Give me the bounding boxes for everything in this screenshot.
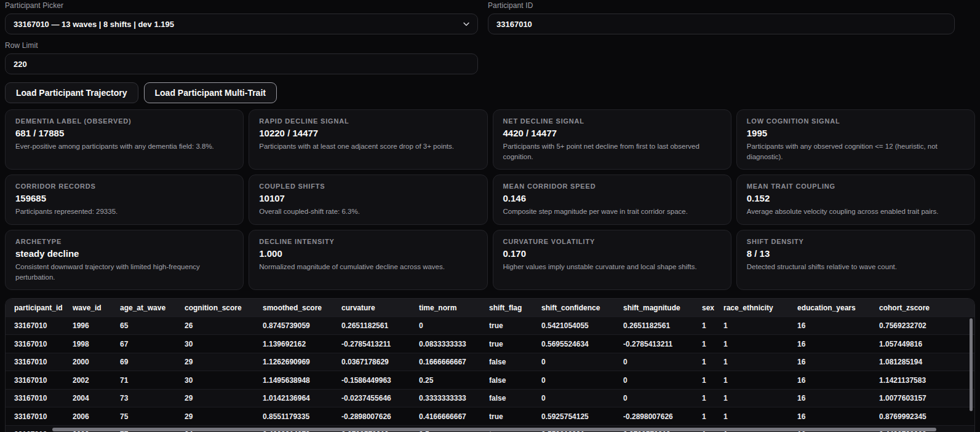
stat-desc: Consistent downward trajectory with limi… [15, 262, 218, 282]
stat-label: MEAN CORRIDOR SPEED [503, 183, 721, 190]
column-header: sex [702, 299, 723, 316]
stat-card-mean-corridor-speed: MEAN CORRIDOR SPEED 0.146 Composite step… [493, 175, 731, 225]
stat-card-rapid-decline: RAPID DECLINE SIGNAL 10220 / 14477 Parti… [249, 109, 487, 170]
table-cell: 30 [185, 335, 263, 353]
table-cell: 33167010 [6, 316, 73, 335]
column-header: cognition_score [185, 299, 263, 316]
table-cell: 1 [723, 316, 797, 335]
participant-id-label: Participant ID [488, 1, 955, 10]
table-cell: 0.3333333333 [419, 389, 489, 407]
stat-card-coupled-shifts: COUPLED SHIFTS 10107 Overall coupled-shi… [249, 175, 487, 225]
stat-desc: Participants with at least one adjacent … [259, 141, 462, 152]
table-cell: 1 [723, 407, 797, 426]
action-button-row: Load Participant Trajectory Load Partici… [5, 82, 975, 103]
participant-picker-select[interactable]: 33167010 — 13 waves | 8 shifts | dev 1.1… [5, 14, 478, 34]
stat-desc: Composite step magnitude per wave in tra… [503, 206, 706, 217]
stat-label: DEMENTIA LABEL (OBSERVED) [15, 117, 233, 125]
participant-picker-label: Participant Picker [5, 1, 478, 10]
table-cell: -0.2898007626 [341, 407, 419, 426]
table-cell: 2004 [73, 389, 120, 407]
column-header: participant_id [6, 299, 73, 316]
column-header: education_years [797, 299, 879, 316]
table-cell: 73 [120, 389, 185, 407]
table-cell: 0.2651182561 [341, 316, 419, 335]
stat-label: MEAN TRAIT COUPLING [747, 183, 965, 190]
table-cell: 1 [702, 371, 723, 390]
column-header: cohort_zscore [879, 299, 975, 316]
table-cell: 1996 [73, 316, 120, 335]
table-cell: 1.1421137583 [879, 371, 975, 390]
table-cell: 0 [623, 389, 702, 407]
stat-value: 0.152 [747, 193, 965, 203]
column-header: shift_flag [489, 299, 541, 316]
participant-id-block: Participant ID [488, 1, 955, 34]
participant-picker-block: Participant Picker 33167010 — 13 waves |… [5, 1, 478, 34]
table-cell: 67 [120, 335, 185, 353]
table-cell: 16 [797, 335, 879, 353]
table-cell: false [489, 371, 541, 390]
stat-value: 10107 [259, 193, 477, 203]
column-header: smoothed_score [263, 299, 341, 316]
table-cell: 0.5695524634 [541, 335, 623, 353]
table-cell: 26 [185, 316, 263, 335]
table-cell: 1 [723, 371, 797, 390]
stat-label: LOW COGNITION SIGNAL [747, 117, 965, 125]
table-cell: 0 [623, 371, 702, 390]
stat-value: 0.146 [503, 193, 721, 203]
table-cell: 0.5925754125 [541, 407, 623, 426]
table-cell: 0.2651182561 [623, 316, 702, 335]
participant-picker-wrap: 33167010 — 13 waves | 8 shifts | dev 1.1… [5, 14, 478, 34]
table-cell: 1998 [73, 335, 120, 353]
table-cell: 0.8769992345 [879, 407, 975, 426]
table-row: 33167010199665260.87457390590.2651182561… [6, 316, 975, 335]
stat-value: 159685 [15, 193, 233, 203]
stat-label: DECLINE INTENSITY [259, 238, 477, 245]
row-limit-input[interactable] [5, 53, 478, 74]
table-cell: 16 [797, 407, 879, 426]
table-cell: 1.0142136964 [263, 389, 341, 407]
stat-desc: Ever-positive among participants with an… [15, 141, 218, 152]
table-cell: 0.7569232702 [879, 316, 975, 335]
stat-desc: Higher values imply unstable curvature a… [503, 262, 706, 272]
stat-desc: Average absolute velocity coupling acros… [747, 206, 950, 217]
stat-label: ARCHETYPE [15, 238, 233, 245]
table-row: 33167010200069291.12626909690.0367178629… [6, 353, 975, 371]
stat-desc: Participants with any observed cognition… [747, 141, 950, 162]
table-header: participant_id wave_id age_at_wave cogni… [6, 299, 975, 316]
vertical-scrollbar[interactable] [970, 318, 973, 411]
table-cell: 1.081285194 [879, 353, 975, 371]
participant-id-input[interactable] [488, 14, 955, 34]
table-cell: -0.0237455646 [341, 389, 419, 407]
table-cell: 1.1262690969 [263, 353, 341, 371]
stat-desc: Detected structural shifts relative to w… [747, 262, 950, 272]
participant-form: Participant Picker 33167010 — 13 waves |… [5, 1, 955, 34]
table-cell: 0.4166666667 [419, 407, 489, 426]
table-row: 33167010200271301.1495638948-0.158644996… [6, 371, 975, 390]
table-cell: 1 [702, 316, 723, 335]
stat-value: 10220 / 14477 [259, 128, 477, 138]
load-trajectory-button[interactable]: Load Participant Trajectory [5, 82, 138, 103]
stat-value: 1995 [747, 128, 965, 138]
table-cell: 0.8745739059 [263, 316, 341, 335]
table-cell: -0.1586449963 [341, 371, 419, 390]
stat-card-decline-intensity: DECLINE INTENSITY 1.000 Normalized magni… [249, 230, 487, 290]
stat-label: COUPLED SHIFTS [259, 183, 477, 190]
table-cell: 0.0833333333 [419, 335, 489, 353]
table-row: 33167010200675290.8551179335-0.289800762… [6, 407, 975, 426]
table-cell: 0.25 [419, 371, 489, 390]
table-cell: 1 [702, 407, 723, 426]
horizontal-scrollbar[interactable] [52, 428, 936, 431]
load-multi-trait-button[interactable]: Load Participant Multi-Trait [144, 82, 277, 103]
row-limit-label: Row Limit [5, 41, 478, 50]
stat-value: 681 / 17885 [15, 128, 233, 138]
table-cell: 1 [723, 353, 797, 371]
table-cell: true [489, 316, 541, 335]
table-cell: 1 [702, 335, 723, 353]
stat-label: NET DECLINE SIGNAL [503, 117, 721, 125]
table-cell: 0 [541, 353, 623, 371]
table-cell: 1 [723, 335, 797, 353]
table-cell: false [489, 353, 541, 371]
stat-value: 4420 / 14477 [503, 128, 721, 138]
table-row: 33167010199867301.139692162-0.2785413211… [6, 335, 975, 353]
stat-desc: Normalized magnitude of cumulative decli… [259, 262, 462, 272]
